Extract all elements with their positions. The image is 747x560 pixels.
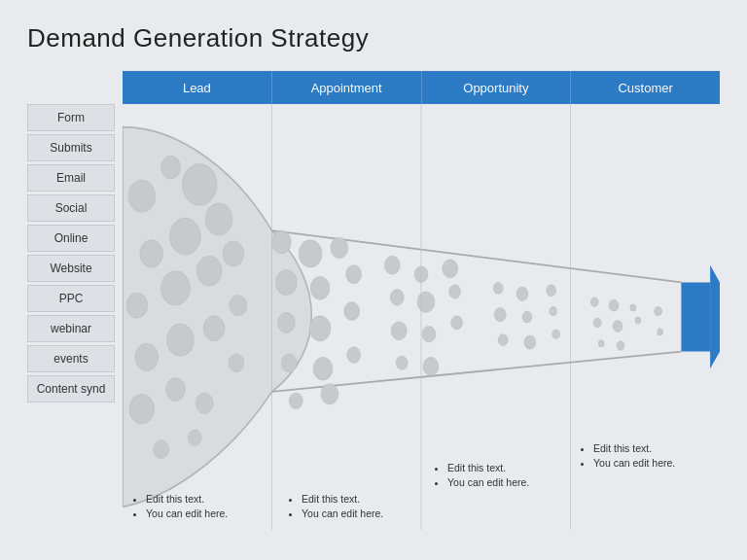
svg-rect-2 <box>681 282 710 351</box>
svg-marker-3 <box>710 265 720 369</box>
svg-point-8 <box>170 218 201 255</box>
sidebar-item-online: Online <box>27 225 115 252</box>
header-row: LeadAppointmentOpportunityCustomer <box>123 71 720 104</box>
svg-point-35 <box>347 347 361 364</box>
svg-point-18 <box>196 393 213 413</box>
svg-point-52 <box>494 308 506 322</box>
svg-point-14 <box>167 324 195 356</box>
svg-point-29 <box>346 265 362 284</box>
svg-point-21 <box>229 354 244 372</box>
sidebar-item-email: Email <box>27 164 115 192</box>
svg-point-16 <box>129 394 155 424</box>
svg-point-31 <box>309 316 331 341</box>
svg-point-64 <box>598 340 604 347</box>
svg-point-61 <box>593 318 601 327</box>
svg-point-36 <box>289 393 302 409</box>
svg-point-4 <box>128 180 156 212</box>
svg-point-65 <box>617 341 624 350</box>
funnel-svg <box>123 104 720 530</box>
svg-point-43 <box>449 285 461 298</box>
svg-point-34 <box>313 357 333 380</box>
funnel-body: Edit this text. You can edit here. Edit … <box>123 104 720 530</box>
svg-point-44 <box>391 322 407 340</box>
svg-point-27 <box>275 269 297 295</box>
header-col-opportunity: Opportunity <box>422 71 572 104</box>
svg-point-55 <box>498 334 508 346</box>
header-col-lead: Lead <box>123 71 272 104</box>
svg-point-19 <box>223 241 244 266</box>
sidebar-item-content-synd: Content synd <box>27 375 115 402</box>
svg-point-38 <box>384 256 400 274</box>
svg-point-22 <box>154 440 169 459</box>
svg-point-5 <box>161 156 181 179</box>
svg-point-10 <box>126 293 148 318</box>
svg-point-56 <box>524 335 536 349</box>
svg-point-6 <box>182 164 217 206</box>
svg-point-42 <box>417 292 435 312</box>
svg-point-30 <box>277 312 295 332</box>
svg-point-9 <box>205 203 232 235</box>
svg-point-32 <box>344 302 360 321</box>
svg-point-23 <box>188 430 201 446</box>
header-col-customer: Customer <box>571 71 720 104</box>
sidebar-item-form: Form <box>27 104 115 131</box>
svg-point-37 <box>321 384 338 404</box>
svg-point-49 <box>493 282 503 294</box>
sidebar-item-website: Website <box>27 255 115 282</box>
page: Demand Generation Strategy FormSubmitsEm… <box>0 0 747 560</box>
sidebar-item-ppc: PPC <box>27 285 115 312</box>
header-col-appointment: Appointment <box>272 71 422 104</box>
svg-point-25 <box>299 240 322 267</box>
svg-point-47 <box>396 356 408 369</box>
sidebar-item-events: events <box>27 345 115 372</box>
svg-point-40 <box>443 260 458 278</box>
svg-point-67 <box>658 329 663 335</box>
svg-point-54 <box>550 306 557 315</box>
svg-point-57 <box>552 330 560 338</box>
page-title: Demand Generation Strategy <box>27 23 720 53</box>
svg-point-15 <box>203 316 225 341</box>
sidebar-item-submits: Submits <box>27 134 115 161</box>
svg-point-48 <box>423 357 439 375</box>
svg-point-26 <box>331 237 348 258</box>
svg-point-46 <box>451 316 463 330</box>
svg-point-58 <box>590 298 598 306</box>
svg-point-28 <box>310 277 330 300</box>
svg-point-33 <box>281 354 297 372</box>
svg-point-17 <box>166 378 186 402</box>
svg-point-59 <box>609 299 619 311</box>
svg-point-41 <box>390 290 404 306</box>
svg-point-50 <box>516 287 528 300</box>
sidebar-item-webinar: webinar <box>27 315 115 342</box>
svg-line-0 <box>272 230 682 282</box>
svg-point-63 <box>635 317 641 324</box>
svg-point-51 <box>547 285 556 297</box>
svg-point-62 <box>613 321 622 332</box>
svg-point-20 <box>230 296 247 316</box>
svg-point-7 <box>140 240 163 267</box>
svg-point-53 <box>522 311 532 323</box>
svg-point-13 <box>135 343 159 370</box>
content-area: FormSubmitsEmailSocialOnlineWebsitePPCwe… <box>27 71 720 530</box>
sidebar-item-social: Social <box>27 194 115 222</box>
main-area: LeadAppointmentOpportunityCustomer <box>123 71 720 530</box>
svg-point-66 <box>655 306 662 315</box>
svg-point-11 <box>161 271 191 306</box>
sidebar: FormSubmitsEmailSocialOnlineWebsitePPCwe… <box>27 71 115 530</box>
svg-point-60 <box>630 304 636 311</box>
svg-point-12 <box>196 256 222 286</box>
svg-point-45 <box>422 326 436 342</box>
svg-point-24 <box>272 230 292 254</box>
